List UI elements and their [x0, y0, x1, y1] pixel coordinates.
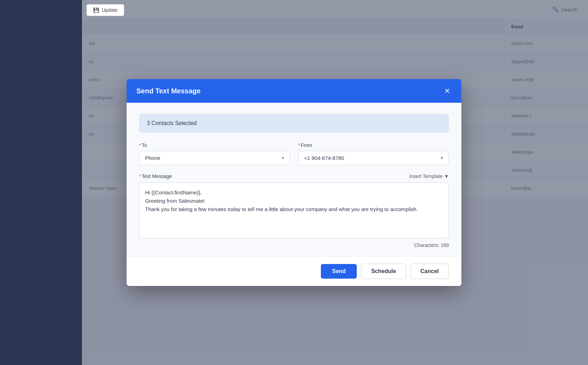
chevron-down-icon: ▼: [444, 173, 449, 179]
send-text-modal: Send Text Message ✕ 3 Contacts Selected …: [127, 79, 461, 286]
cancel-button[interactable]: Cancel: [410, 264, 449, 279]
from-select-wrapper: +1 904-674-8780 ▼: [298, 151, 449, 165]
update-button-bg: 💾 Update: [86, 4, 124, 16]
to-label-text: To: [142, 142, 147, 148]
from-asterisk: *: [298, 142, 300, 148]
to-select[interactable]: Phone: [139, 151, 290, 165]
text-message-header: * Text Message Insert Template ▼: [139, 173, 449, 179]
close-icon: ✕: [444, 87, 450, 94]
modal-title: Send Text Message: [136, 87, 201, 95]
text-message-label-group: * Text Message: [139, 173, 172, 179]
from-group: * From +1 904-674-8780 ▼: [298, 142, 449, 165]
from-label-text: From: [301, 142, 312, 148]
to-asterisk: *: [139, 142, 141, 148]
contacts-selected-text: 3 Contacts Selected: [147, 120, 197, 126]
modal-body: 3 Contacts Selected * To Phone ▼: [127, 103, 461, 256]
to-label: * To: [139, 142, 290, 148]
to-from-row: * To Phone ▼ * From +1 904-: [139, 142, 449, 165]
from-select[interactable]: +1 904-674-8780: [298, 151, 449, 165]
update-label: Update: [102, 7, 118, 13]
text-message-label-text: Text Message: [142, 173, 172, 179]
modal-header: Send Text Message ✕: [127, 79, 461, 103]
text-message-input[interactable]: Hi {{Contact.firstName}}, Greeting from …: [139, 182, 449, 238]
text-message-section: * Text Message Insert Template ▼ Hi {{Co…: [139, 173, 449, 248]
contacts-selected-box: 3 Contacts Selected: [139, 114, 449, 133]
schedule-button[interactable]: Schedule: [361, 264, 406, 279]
from-label: * From: [298, 142, 449, 148]
insert-template-label: Insert Template: [409, 173, 443, 179]
background-update-area: 💾 Update: [86, 4, 124, 16]
close-button[interactable]: ✕: [443, 86, 452, 96]
to-select-wrapper: Phone ▼: [139, 151, 290, 165]
text-message-asterisk: *: [139, 173, 141, 179]
insert-template-button[interactable]: Insert Template ▼: [409, 173, 449, 179]
character-count: Characters: 169: [139, 242, 449, 248]
to-group: * To Phone ▼: [139, 142, 290, 165]
send-button[interactable]: Send: [321, 264, 357, 279]
modal-footer: Send Schedule Cancel: [127, 256, 461, 286]
save-icon: 💾: [93, 7, 99, 13]
